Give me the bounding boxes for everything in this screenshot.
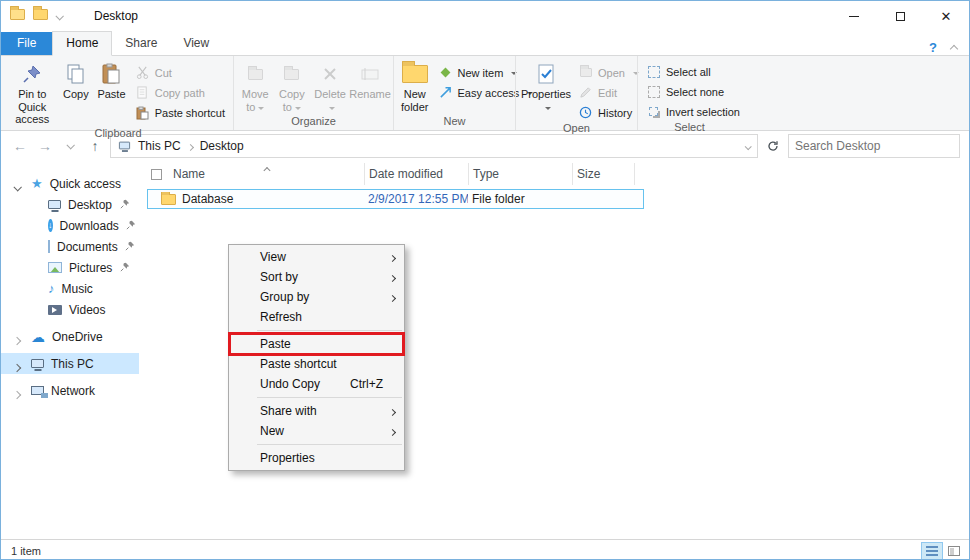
menu-item-paste-shortcut[interactable]: Paste shortcut — [229, 354, 404, 374]
tab-view[interactable]: View — [170, 32, 222, 55]
sort-ascending-icon — [264, 162, 269, 176]
delete-caret-icon — [329, 107, 335, 113]
edit-button[interactable]: Edit — [573, 83, 644, 102]
menu-item-refresh[interactable]: Refresh — [229, 307, 404, 327]
expand-chevron-icon[interactable] — [14, 360, 20, 374]
sidebar-item-downloads[interactable]: ↓ Downloads — [1, 215, 139, 236]
properties-button[interactable]: Properties — [519, 59, 573, 114]
menu-item-paste[interactable]: Paste — [229, 334, 404, 354]
explorer-window: Desktop ✕ File Home Share View ? Pin to … — [0, 0, 970, 560]
large-icons-view-icon — [948, 546, 960, 556]
menu-item-group-by[interactable]: Group by — [229, 287, 404, 307]
expand-chevron-icon[interactable] — [14, 180, 20, 194]
submenu-arrow-icon — [390, 270, 395, 284]
paste-shortcut-button[interactable]: Paste shortcut — [130, 103, 230, 122]
tab-file[interactable]: File — [1, 32, 52, 55]
qat-customize-icon[interactable] — [56, 9, 62, 23]
sidebar-item-quick-access[interactable]: ★ Quick access — [1, 173, 139, 194]
quick-access-star-icon: ★ — [31, 177, 43, 190]
view-toggles — [921, 542, 965, 560]
select-all-button[interactable]: Select all — [641, 62, 745, 81]
pin-to-quick-access-button[interactable]: Pin to Quick access — [6, 59, 59, 127]
tab-share[interactable]: Share — [112, 32, 170, 55]
column-header-name[interactable]: Name — [169, 163, 365, 185]
menu-item-new[interactable]: New — [229, 421, 404, 441]
qat-folder-icon[interactable] — [33, 9, 48, 23]
navigation-pane: ★ Quick access Desktop ↓ Downloads Docum… — [1, 161, 139, 539]
move-to-caret-icon — [258, 107, 264, 113]
minimize-ribbon-icon[interactable] — [951, 41, 957, 55]
move-to-button[interactable]: Move to — [237, 59, 274, 114]
sidebar-item-network[interactable]: Network — [1, 380, 139, 401]
menu-item-properties[interactable]: Properties — [229, 448, 404, 468]
minimize-button[interactable] — [831, 1, 877, 31]
select-group-label: Select — [638, 121, 741, 136]
ribbon-tab-bar: File Home Share View ? — [1, 31, 969, 55]
desktop-icon — [48, 200, 61, 209]
new-folder-button[interactable]: New folder — [397, 59, 433, 114]
column-label: Size — [577, 167, 600, 181]
submenu-arrow-icon — [390, 404, 395, 418]
rename-button[interactable]: Rename — [350, 59, 390, 102]
sidebar-item-desktop[interactable]: Desktop — [1, 194, 139, 215]
checkbox-icon — [151, 169, 162, 180]
copy-button[interactable]: Copy — [59, 59, 94, 102]
sidebar-item-onedrive[interactable]: ☁ OneDrive — [1, 326, 139, 347]
invert-selection-label: Invert selection — [666, 106, 740, 118]
expand-chevron-icon[interactable] — [14, 333, 20, 347]
rename-icon — [361, 62, 379, 86]
column-header-type[interactable]: Type — [469, 163, 573, 185]
copy-path-button[interactable]: Copy path — [130, 83, 230, 102]
paste-button[interactable]: Paste — [93, 59, 129, 102]
address-dropdown-icon[interactable] — [745, 139, 750, 153]
pin-icon — [125, 240, 135, 254]
window-controls: ✕ — [831, 1, 969, 31]
network-icon — [31, 386, 44, 395]
clipboard-group-label: Clipboard — [3, 127, 233, 142]
titlebar: Desktop ✕ — [1, 1, 969, 31]
menu-item-sort-by[interactable]: Sort by — [229, 267, 404, 287]
details-view-button[interactable] — [921, 542, 943, 560]
invert-selection-button[interactable]: Invert selection — [641, 102, 745, 121]
maximize-button[interactable] — [877, 1, 923, 31]
column-header-size[interactable]: Size — [573, 163, 635, 185]
delete-button[interactable]: Delete — [310, 59, 350, 114]
select-none-icon — [646, 86, 661, 98]
ribbon-group-select: Select all Select none Invert selection … — [637, 56, 741, 130]
sidebar-item-label: Downloads — [60, 219, 119, 233]
easy-access-icon — [438, 86, 453, 99]
main-area: ★ Quick access Desktop ↓ Downloads Docum… — [1, 161, 969, 539]
menu-item-undo-copy[interactable]: Undo Copy Ctrl+Z — [229, 374, 404, 394]
tab-home[interactable]: Home — [52, 31, 112, 56]
select-all-checkbox[interactable] — [147, 163, 169, 185]
submenu-arrow-icon — [390, 250, 395, 264]
select-none-label: Select none — [666, 86, 724, 98]
search-input[interactable] — [795, 139, 950, 153]
copy-to-caret-icon — [295, 107, 301, 113]
expand-chevron-icon[interactable] — [14, 387, 20, 401]
videos-icon — [48, 305, 62, 315]
sidebar-item-pictures[interactable]: Pictures — [1, 257, 139, 278]
status-bar: 1 item — [1, 539, 969, 560]
open-button[interactable]: Open — [573, 63, 644, 82]
sidebar-item-videos[interactable]: Videos — [1, 299, 139, 320]
help-icon[interactable]: ? — [929, 40, 937, 55]
refresh-button[interactable] — [763, 135, 783, 157]
minimize-icon — [849, 16, 859, 17]
history-button[interactable]: History — [573, 103, 644, 122]
menu-item-share-with[interactable]: Share with — [229, 401, 404, 421]
select-none-button[interactable]: Select none — [641, 82, 745, 101]
file-row-database[interactable]: Database 2/9/2017 12:55 PM File folder — [147, 189, 644, 209]
cut-button[interactable]: Cut — [130, 63, 230, 82]
pin-icon — [22, 62, 42, 86]
copy-to-button[interactable]: Copy to — [274, 59, 311, 114]
column-header-date-modified[interactable]: Date modified — [365, 163, 469, 185]
ribbon-group-organize: Move to Copy to Delete Rename Organize — [233, 56, 393, 130]
close-button[interactable]: ✕ — [923, 1, 969, 31]
sidebar-item-music[interactable]: ♪ Music — [1, 278, 139, 299]
large-icons-view-button[interactable] — [943, 542, 965, 560]
sidebar-item-documents[interactable]: Documents — [1, 236, 139, 257]
sidebar-item-this-pc[interactable]: This PC — [1, 353, 139, 374]
sidebar-item-label: Music — [62, 282, 93, 296]
menu-item-view[interactable]: View — [229, 247, 404, 267]
